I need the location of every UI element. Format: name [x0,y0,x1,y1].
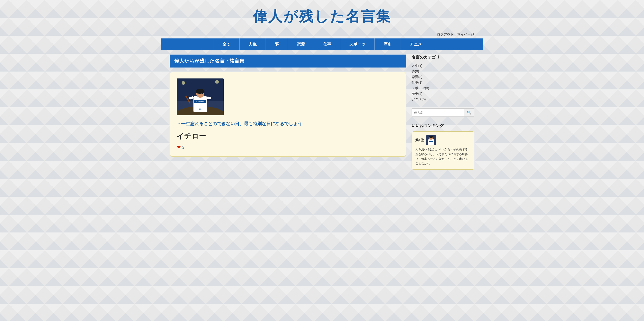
category-love[interactable]: 恋愛(3) [412,74,474,80]
mypage-link[interactable]: マイページ [457,32,474,37]
svg-point-3 [215,80,219,84]
ranking-rank: 第1位 [416,138,424,142]
svg-text:51: 51 [199,108,202,110]
logout-link[interactable]: ログアウト [437,32,454,37]
nav-anime[interactable]: アニメ [401,38,431,50]
svg-point-13 [198,93,199,94]
nav-history[interactable]: 歴史 [374,38,401,50]
svg-point-2 [182,81,185,85]
svg-rect-19 [429,141,433,142]
site-title: 偉人が残した名言集 [166,7,478,26]
svg-rect-18 [428,139,434,145]
svg-text:MARINERS: MARINERS [196,101,204,103]
main-nav: 全て 人生 夢 恋愛 仕事 スポーツ 歴史 アニメ [161,38,483,50]
category-sports[interactable]: スポーツ(3) [412,85,474,91]
quote-text: ・一生忘れることのできない日、最も特別な日になるでしょう [177,120,399,127]
like-section: ❤ 3 [177,145,399,150]
nav-all[interactable]: 全て [213,38,240,50]
ranking-header: 第1位 [416,135,470,145]
category-history[interactable]: 歴史(2) [412,91,474,97]
section-title: 偉人たちが残した名言・格言集 [170,55,406,67]
category-anime[interactable]: アニメ(0) [412,97,474,102]
category-dream[interactable]: 夢(0) [412,69,474,74]
ranking-title: いいねランキング [412,123,474,128]
category-life[interactable]: 人生(1) [412,63,474,69]
category-section: 名言のカテゴリ 人生(1) 夢(0) 恋愛(3) 仕事(1) スポーツ(3) 歴… [412,55,474,102]
ranking-section: いいねランキング 第1位 [412,123,474,170]
site-header: 偉人が残した名言集 [161,0,483,31]
nav-love[interactable]: 恋愛 [288,38,314,50]
svg-point-21 [429,136,433,138]
categories-title: 名言のカテゴリ [412,55,474,60]
search-button[interactable]: 🔍 [464,108,474,117]
search-input[interactable] [412,108,464,117]
like-count[interactable]: 3 [182,145,184,150]
quote-card: MARINERS [170,72,406,157]
ranking-card: 第1位 人を用いるには、すべからくその長ずる所を取るべし。人それぞれに長ずる [412,132,474,170]
ranking-quote-text: 人を用いるには、すべからくその長ずる所を取るべし。人それぞれに長ずる所あり、何事… [416,147,470,166]
content-area: 偉人たちが残した名言・格言集 [165,55,479,179]
svg-rect-12 [196,91,200,93]
auth-bar: ログアウト マイページ [161,31,483,38]
main-content: 偉人たちが残した名言・格言集 [170,55,406,170]
heart-icon[interactable]: ❤ [177,145,181,150]
category-list: 人生(1) 夢(0) 恋愛(3) 仕事(1) スポーツ(3) 歴史(2) アニメ… [412,63,474,102]
search-section: 🔍 [412,108,474,117]
category-work[interactable]: 仕事(1) [412,80,474,85]
sidebar: 名言のカテゴリ 人生(1) 夢(0) 恋愛(3) 仕事(1) スポーツ(3) 歴… [412,55,474,170]
svg-point-14 [201,93,202,94]
quote-author: イチロー [177,132,399,141]
player-image: MARINERS [177,78,224,115]
nav-sports[interactable]: スポーツ [340,38,374,50]
nav-life[interactable]: 人生 [240,38,266,50]
ranking-avatar [426,135,436,145]
nav-dream[interactable]: 夢 [266,38,288,50]
nav-work[interactable]: 仕事 [314,38,340,50]
